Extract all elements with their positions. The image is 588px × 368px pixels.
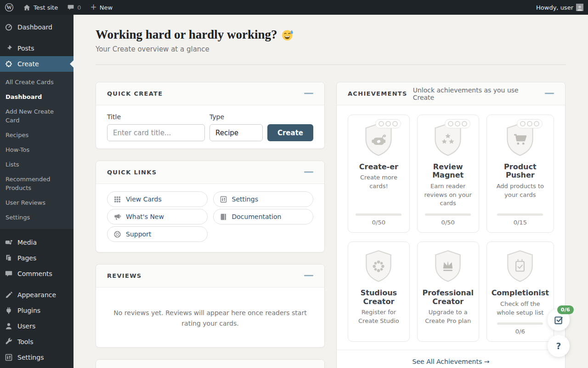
card-title-field-group: Title	[107, 113, 205, 141]
progress-bar	[356, 213, 401, 216]
sidebar-item-posts[interactable]: Posts	[0, 40, 74, 56]
right-column: ACHIEVEMENTS Unlock achievements as you …	[336, 82, 565, 368]
media-icon	[4, 238, 13, 247]
sidebar-item-pages[interactable]: Pages	[0, 250, 74, 266]
comments-menu[interactable]: 0	[62, 0, 85, 15]
achievement-name: Completionist	[492, 289, 549, 297]
quick-links-title: QUICK LINKS	[107, 169, 157, 176]
admin-sidebar: Dashboard Posts Create All Create Cards …	[0, 15, 74, 368]
type-select[interactable]: Recipe	[209, 124, 263, 141]
achievement-tier-pill	[445, 119, 470, 128]
quick-link-settings[interactable]: Settings	[213, 191, 314, 207]
quick-link-label: Support	[126, 230, 151, 238]
achievements-grid: Create-er Create more cards! 0/50	[337, 105, 565, 350]
achievement-card-product-pusher: Product Pusher Add products to your card…	[486, 115, 554, 233]
submenu-dashboard-current[interactable]: Dashboard	[0, 90, 74, 104]
card-title-input[interactable]	[107, 124, 205, 141]
sidebar-label: Comments	[17, 270, 52, 277]
title-label: Title	[107, 113, 205, 121]
achievement-card-studious-creator: Studious Creator Register for Create Stu…	[348, 242, 410, 342]
setup-checklist-button[interactable]: 0/6	[548, 309, 570, 331]
main-content: Working hard or hardly working? Your Cre…	[74, 15, 588, 368]
sidebar-item-tools[interactable]: Tools	[0, 334, 74, 350]
sidebar-item-dashboard[interactable]: Dashboard	[0, 19, 74, 35]
sidebar-label: Dashboard	[17, 23, 52, 31]
sidebar-item-settings[interactable]: Settings	[0, 350, 74, 365]
quick-link-support[interactable]: Support	[107, 226, 208, 242]
achievement-tier-pill	[375, 119, 401, 128]
reviews-empty-message: No reviews yet. Reviews will appear here…	[110, 308, 311, 329]
left-column: QUICK CREATE Title Type Recipe Create	[96, 82, 325, 368]
page-title-text: Working hard or hardly working?	[96, 28, 277, 42]
submenu-lists[interactable]: Lists	[0, 157, 74, 172]
submenu-how-tos[interactable]: How-Tos	[0, 143, 74, 157]
submenu-user-reviews[interactable]: User Reviews	[0, 196, 74, 210]
achievement-description: Earn reader reviews on your cards	[422, 182, 474, 208]
create-button[interactable]: Create	[267, 124, 313, 141]
submenu-recommended-products[interactable]: Recommended Products	[0, 172, 61, 195]
comment-bubble-icon	[67, 4, 74, 11]
submenu-all-create-cards[interactable]: All Create Cards	[0, 75, 74, 90]
quick-create-header: QUICK CREATE	[96, 82, 324, 105]
pushpin-icon	[4, 44, 13, 53]
achievement-progress: 0/6	[492, 317, 549, 335]
quick-link-label: Documentation	[232, 213, 282, 220]
menu-separator	[0, 282, 74, 287]
create-flower-icon	[4, 59, 13, 69]
book-icon	[220, 213, 227, 221]
page-title: Working hard or hardly working?	[96, 28, 566, 42]
sidebar-item-appearance[interactable]: Appearance	[0, 287, 74, 303]
reviews-panel: REVIEWS No reviews yet. Reviews will app…	[96, 264, 325, 348]
checkbox-check-icon	[554, 315, 564, 325]
collapse-panel-button[interactable]	[304, 92, 313, 96]
sidebar-item-plugins[interactable]: Plugins	[0, 303, 74, 318]
collapse-panel-button[interactable]	[304, 170, 313, 175]
paintbrush-icon	[4, 290, 13, 299]
site-name-menu[interactable]: Test site	[18, 0, 62, 15]
my-account-menu[interactable]: Howdy, user	[531, 0, 588, 15]
achievement-description: Add products to your cards	[492, 182, 549, 200]
submenu-settings[interactable]: Settings	[0, 210, 74, 225]
achievement-name: Product Pusher	[492, 163, 549, 180]
submenu-recipes[interactable]: Recipes	[0, 128, 74, 143]
new-menu[interactable]: + New	[86, 0, 118, 15]
quick-links-header: QUICK LINKS	[96, 161, 324, 184]
quick-link-view-cards[interactable]: View Cards	[107, 191, 208, 207]
quick-create-body: Title Type Recipe Create	[96, 105, 324, 149]
achievement-description: Check off the whole setup list	[492, 300, 549, 317]
tips-header: TIPS & ANNOUNCEMENTS	[96, 360, 324, 368]
achievement-tier-pill	[517, 119, 543, 128]
checklist-shield-icon	[505, 249, 535, 284]
sidebar-label: Create	[17, 60, 39, 68]
achievement-card-professional-creator: Professional Creator Upgrade to a Create…	[417, 242, 479, 342]
question-mark-icon: ?	[556, 341, 561, 351]
sidebar-label: Appearance	[17, 291, 56, 299]
new-label: New	[100, 4, 113, 11]
dashboard-columns: QUICK CREATE Title Type Recipe Create	[96, 82, 566, 368]
quick-link-documentation[interactable]: Documentation	[213, 209, 314, 224]
quick-link-label: Settings	[232, 196, 258, 203]
type-label: Type	[209, 113, 263, 121]
sidebar-item-users[interactable]: Users	[0, 318, 74, 334]
quick-links-panel: QUICK LINKS View Cards Settings	[96, 161, 325, 253]
wordpress-logo[interactable]: W	[0, 0, 18, 15]
sidebar-item-create[interactable]: Create	[0, 56, 74, 72]
sidebar-item-comments[interactable]: Comments	[0, 266, 74, 282]
achievements-subtitle: Unlock achievements as you use Create	[413, 86, 540, 101]
help-button[interactable]: ?	[548, 335, 570, 357]
admin-bar: W Test site 0 + New Howdy, user	[0, 0, 588, 15]
page-subtitle: Your Create overview at a glance	[96, 45, 566, 53]
see-all-achievements-link[interactable]: See All Achievements →	[413, 358, 490, 365]
quick-link-label: What's New	[126, 213, 164, 220]
avatar	[576, 4, 583, 11]
achievement-progress: 0/15	[492, 208, 549, 226]
see-all-row: See All Achievements →	[337, 350, 565, 368]
sidebar-item-media[interactable]: Media	[0, 235, 74, 250]
sidebar-label: Settings	[17, 354, 44, 361]
submenu-add-new-create-card[interactable]: Add New Create Card	[0, 104, 74, 127]
quick-link-whats-new[interactable]: What's New	[107, 209, 208, 224]
progress-label: 0/50	[441, 219, 455, 226]
collapse-panel-button[interactable]	[304, 274, 313, 278]
achievements-title: ACHIEVEMENTS	[348, 90, 407, 97]
collapse-panel-button[interactable]	[545, 92, 554, 96]
